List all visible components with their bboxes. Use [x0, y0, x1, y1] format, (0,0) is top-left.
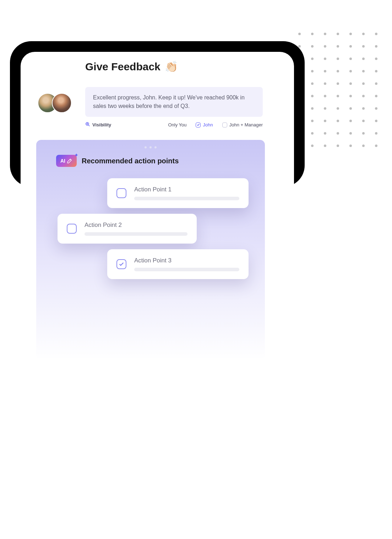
clap-icon: 👏🏻: [165, 60, 178, 73]
action-title: Action Point 3: [134, 257, 239, 264]
visibility-option-label: John: [203, 122, 213, 127]
checkbox-checked-icon[interactable]: [116, 259, 126, 269]
svg-line-3: [88, 125, 89, 126]
visibility-label-text: Visibility: [92, 122, 111, 127]
visibility-option-label: Only You: [168, 122, 186, 127]
action-title: Action Point 2: [85, 222, 187, 229]
ai-badge: AI ✦: [56, 155, 77, 167]
feedback-section: Give Feedback 👏🏻 Excellent progress, Joh…: [32, 60, 281, 128]
wand-icon: [67, 158, 72, 164]
zoom-plus-icon: [85, 122, 90, 128]
page-title: Give Feedback: [85, 61, 160, 73]
visibility-option-only-you[interactable]: Only You: [168, 122, 186, 127]
checkbox-checked-icon: [196, 123, 201, 127]
panel-dots: [36, 146, 265, 148]
avatar: [52, 93, 72, 113]
sparkle-icon: ✦: [75, 153, 78, 158]
feedback-textbox[interactable]: Excellent progress, John. Keep it up! We…: [85, 87, 263, 117]
visibility-option-label: John + Manager: [229, 122, 263, 127]
ai-badge-label: AI: [60, 158, 65, 164]
action-card[interactable]: Action Point 2: [58, 214, 197, 244]
action-card[interactable]: Action Point 3: [107, 249, 249, 279]
decorative-dot-grid: [298, 33, 378, 147]
avatar-group: [38, 93, 72, 113]
checkbox-icon: [222, 123, 227, 127]
action-card[interactable]: Action Point 1: [107, 178, 249, 208]
placeholder-line: [134, 268, 239, 271]
placeholder-line: [134, 197, 239, 200]
recommendations-panel: AI ✦ Recommended action points Action Po…: [36, 140, 265, 360]
svg-line-4: [70, 160, 70, 160]
recommendations-title: Recommended action points: [82, 157, 179, 165]
checkbox-icon[interactable]: [116, 188, 126, 198]
checkbox-icon[interactable]: [67, 224, 77, 234]
visibility-row: Visibility Only You John John + Manager: [85, 122, 263, 128]
action-title: Action Point 1: [134, 186, 239, 193]
visibility-option-john-manager[interactable]: John + Manager: [222, 122, 263, 127]
visibility-option-john[interactable]: John: [196, 122, 213, 127]
visibility-label: Visibility: [85, 122, 111, 128]
placeholder-line: [85, 232, 187, 236]
